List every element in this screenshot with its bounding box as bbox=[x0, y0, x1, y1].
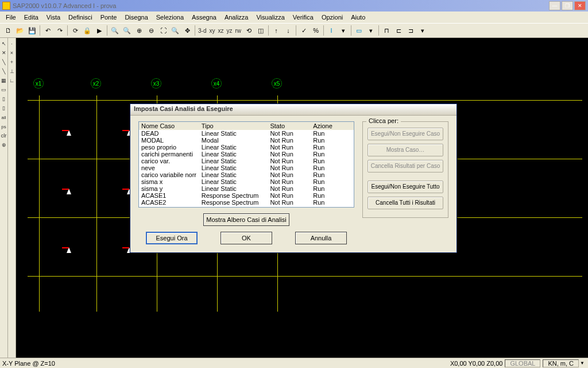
close-button[interactable]: ✕ bbox=[574, 1, 586, 10]
menu-draw[interactable]: Disegna bbox=[121, 13, 151, 22]
grid-label-x1: x1 bbox=[33, 78, 44, 89]
table-row[interactable]: peso proprioLinear StaticNot RunRun bbox=[139, 144, 354, 151]
rect2-icon[interactable]: ▯ bbox=[1, 95, 7, 102]
new-icon[interactable]: 🗋 bbox=[2, 25, 14, 36]
dropdown2-icon[interactable]: ▾ bbox=[365, 25, 377, 36]
app-title: SAP2000 v10.0.7 Advanced I - prova bbox=[13, 2, 549, 9]
menu-display[interactable]: Visualizza bbox=[253, 13, 288, 22]
zoomin-icon[interactable]: ⊕ bbox=[133, 25, 145, 36]
run-norun-case-button[interactable]: Esegui/Non Eseguire Caso bbox=[368, 128, 443, 140]
cancel-button[interactable]: Annulla bbox=[295, 232, 347, 244]
app-titlebar: SAP2000 v10.0.7 Advanced I - prova — ❐ ✕ bbox=[0, 0, 588, 12]
show-tree-button[interactable]: Mostra Albero Casi di Analisi bbox=[203, 213, 289, 226]
snap4-icon[interactable]: ⊥ bbox=[9, 68, 16, 75]
menu-view[interactable]: Vista bbox=[43, 13, 64, 22]
grid-label-x3: x3 bbox=[151, 78, 161, 89]
menu-define[interactable]: Definisci bbox=[65, 13, 96, 22]
ok-button[interactable]: OK bbox=[220, 232, 272, 244]
tool-b-icon[interactable]: ⊏ bbox=[393, 25, 404, 36]
status-units[interactable]: KN, m, C bbox=[543, 359, 579, 367]
tool-d-icon[interactable]: ▾ bbox=[417, 25, 428, 36]
zoomfit-icon[interactable]: ⛶ bbox=[157, 25, 169, 36]
group-title: Clicca per: bbox=[366, 117, 401, 124]
perspective-icon[interactable]: ◫ bbox=[255, 25, 266, 36]
ibeam-icon[interactable]: I bbox=[326, 25, 337, 36]
cross-icon[interactable]: ✕ bbox=[1, 49, 7, 56]
units-dropdown-icon[interactable]: ▼ bbox=[579, 361, 586, 366]
run-icon[interactable]: ▶ bbox=[94, 25, 105, 36]
zoomprev-icon[interactable]: 🔍 bbox=[169, 25, 181, 36]
view-3d-button[interactable]: 3-d bbox=[197, 28, 207, 34]
line-icon[interactable]: ╲ bbox=[1, 59, 7, 66]
all-icon[interactable]: all bbox=[1, 114, 7, 121]
zoomout-icon[interactable]: ⊖ bbox=[145, 25, 157, 36]
menu-file[interactable]: File bbox=[2, 13, 20, 22]
menu-edit[interactable]: Edita bbox=[21, 13, 42, 22]
view-xy-button[interactable]: xy bbox=[208, 28, 216, 34]
rotate-icon[interactable]: ⟲ bbox=[243, 25, 254, 36]
snap2-icon[interactable]: × bbox=[9, 49, 16, 56]
table-row[interactable]: MODALModalNot RunRun bbox=[139, 137, 354, 144]
tool-a-icon[interactable]: ⊓ bbox=[381, 25, 392, 36]
table-row[interactable]: carico var.Linear StaticNot RunRun bbox=[139, 158, 354, 164]
table-row[interactable]: DEADLinear StaticNot RunRun bbox=[139, 130, 354, 137]
menu-assign[interactable]: Assegna bbox=[188, 13, 220, 22]
run-norun-all-button[interactable]: Esegui/Non Eseguire Tutto bbox=[368, 181, 443, 193]
maximize-button[interactable]: ❐ bbox=[562, 1, 573, 10]
analysis-cases-list[interactable]: Nome Caso Tipo Stato Azione DEADLinear S… bbox=[138, 121, 354, 208]
rect3-icon[interactable]: ▯ bbox=[1, 105, 7, 112]
menu-check[interactable]: Verifica bbox=[289, 13, 317, 22]
table-row[interactable]: sisma yLinear StaticNot RunRun bbox=[139, 185, 354, 192]
down-icon[interactable]: ↓ bbox=[283, 25, 294, 36]
table-row[interactable]: sisma xLinear StaticNot RunRun bbox=[139, 178, 354, 185]
status-coord-system[interactable]: GLOBAL bbox=[505, 359, 540, 367]
tool-c-icon[interactable]: ⊐ bbox=[405, 25, 416, 36]
ps-icon[interactable]: ps bbox=[1, 123, 7, 130]
table-row[interactable]: carico variabile norrLinear StaticNot Ru… bbox=[139, 171, 354, 178]
snap5-icon[interactable]: ∟ bbox=[9, 77, 16, 84]
percent-icon[interactable]: % bbox=[310, 25, 322, 36]
view-xz-button[interactable]: xz bbox=[216, 28, 225, 34]
view-yz-button[interactable]: yz bbox=[225, 28, 233, 34]
run-now-button[interactable]: Esegui Ora bbox=[146, 232, 198, 244]
snap1-icon[interactable]: · bbox=[9, 40, 16, 47]
check-icon[interactable]: ✓ bbox=[298, 25, 310, 36]
table-row[interactable]: neveLinear StaticNot RunRun bbox=[139, 164, 354, 171]
grid-icon[interactable]: ▦ bbox=[1, 77, 7, 84]
menu-help[interactable]: Aiuto bbox=[347, 13, 369, 22]
show-case-button[interactable]: Mostra Caso… bbox=[368, 144, 443, 156]
delete-results-case-button[interactable]: Cancella Risultati per Caso bbox=[368, 160, 443, 172]
col-status: Stato bbox=[268, 122, 311, 130]
delete-all-results-button[interactable]: Cancella Tutti i Risultati bbox=[368, 197, 443, 209]
refresh-icon[interactable]: ⟳ bbox=[69, 25, 81, 36]
table-row[interactable]: ACASE1Response SpectrumNot RunRun bbox=[139, 192, 354, 199]
snap3-icon[interactable]: + bbox=[9, 59, 16, 66]
zoom1-icon[interactable]: 🔍 bbox=[109, 25, 121, 36]
rect-icon[interactable]: ▭ bbox=[1, 86, 7, 93]
table-row[interactable]: ACASE2Response SpectrumNot RunRun bbox=[139, 199, 354, 206]
menu-bridge[interactable]: Ponte bbox=[97, 13, 121, 22]
lock-icon[interactable]: 🔒 bbox=[82, 25, 93, 36]
axis-marker bbox=[62, 241, 74, 253]
view-rw-button[interactable]: rw bbox=[234, 28, 242, 34]
up-icon[interactable]: ↑ bbox=[270, 25, 282, 36]
open-icon[interactable]: 📂 bbox=[14, 25, 26, 36]
menu-options[interactable]: Opzioni bbox=[318, 13, 346, 22]
dropdown1-icon[interactable]: ▾ bbox=[338, 25, 349, 36]
line2-icon[interactable]: ╲ bbox=[1, 68, 7, 75]
undo-icon[interactable]: ↶ bbox=[42, 25, 53, 36]
zoom2-icon[interactable]: 🔍 bbox=[121, 25, 133, 36]
clr-icon[interactable]: clr bbox=[1, 132, 7, 139]
shell-icon[interactable]: ▭ bbox=[353, 25, 365, 36]
pan-icon[interactable]: ✥ bbox=[181, 25, 193, 36]
table-row[interactable]: carichi permanentiLinear StaticNot RunRu… bbox=[139, 151, 354, 158]
pointer-icon[interactable]: ↖ bbox=[1, 40, 7, 47]
dialog-title: Imposta Casi Analisi da Eseguire bbox=[130, 104, 457, 116]
save-icon[interactable]: 💾 bbox=[26, 25, 38, 36]
minimize-button[interactable]: — bbox=[549, 1, 560, 10]
int-icon[interactable]: ⊕ bbox=[1, 141, 7, 148]
redo-icon[interactable]: ↷ bbox=[54, 25, 65, 36]
menu-analyze[interactable]: Analizza bbox=[221, 13, 252, 22]
menu-select[interactable]: Seleziona bbox=[153, 13, 187, 22]
axis-marker bbox=[62, 183, 74, 194]
